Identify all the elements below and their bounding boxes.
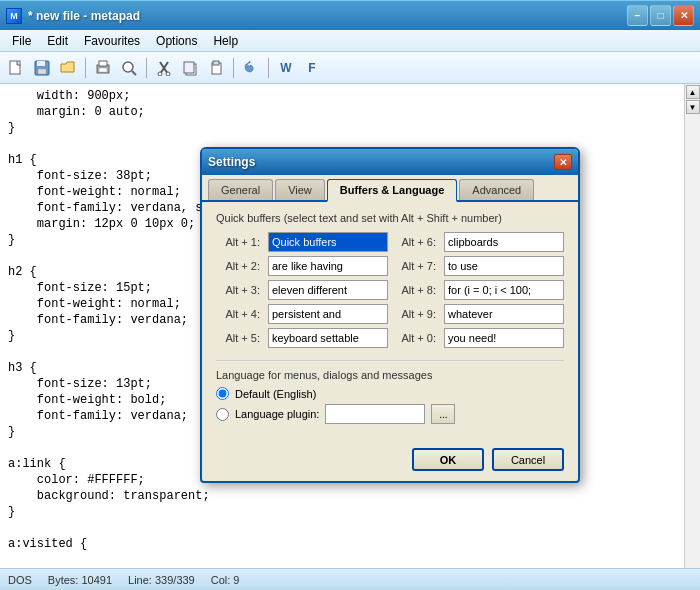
radio-default-label: Default (English) [235,388,316,400]
buffers-section-label: Quick buffers (select text and set with … [216,212,564,224]
main-window: M * new file - metapad − □ ✕ File Edit F… [0,0,700,590]
dialog-title: Settings [208,155,554,169]
radio-row-default: Default (English) [216,387,564,400]
buf-input-7[interactable] [444,256,564,276]
tab-buffers-language[interactable]: Buffers & Language [327,179,458,202]
tab-general[interactable]: General [208,179,273,200]
buffers-grid: Alt + 1: Alt + 6: Alt + 2: Alt + 7: Alt … [216,232,564,348]
language-plugin-input[interactable] [325,404,425,424]
buf-input-9[interactable] [444,304,564,324]
buf-input-8[interactable] [444,280,564,300]
buf-label-5: Alt + 5: [216,332,264,344]
buf-input-4[interactable] [268,304,388,324]
language-section-label: Language for menus, dialogs and messages [216,369,564,381]
language-section: Language for menus, dialogs and messages… [216,360,564,424]
browse-button[interactable]: ... [431,404,455,424]
buf-label-4: Alt + 4: [216,308,264,320]
buf-input-1[interactable] [268,232,388,252]
buf-label-2: Alt + 2: [216,260,264,272]
buf-input-3[interactable] [268,280,388,300]
buf-label-6: Alt + 6: [392,236,440,248]
buf-label-9: Alt + 9: [392,308,440,320]
dialog-title-bar: Settings ✕ [202,149,578,175]
buf-input-6[interactable] [444,232,564,252]
buf-input-5[interactable] [268,328,388,348]
dialog-close-button[interactable]: ✕ [554,154,572,170]
dialog-tabs: General View Buffers & Language Advanced [202,175,578,202]
dialog-body: Quick buffers (select text and set with … [202,202,578,442]
buf-label-0: Alt + 0: [392,332,440,344]
settings-dialog: Settings ✕ General View Buffers & Langua… [200,147,580,483]
radio-plugin[interactable] [216,408,229,421]
cancel-button[interactable]: Cancel [492,448,564,471]
dialog-overlay: Settings ✕ General View Buffers & Langua… [0,0,700,590]
buf-input-0[interactable] [444,328,564,348]
buf-label-8: Alt + 8: [392,284,440,296]
buf-label-1: Alt + 1: [216,236,264,248]
radio-row-plugin: Language plugin: ... [216,404,564,424]
tab-view[interactable]: View [275,179,325,200]
buf-label-7: Alt + 7: [392,260,440,272]
dialog-buttons: OK Cancel [202,442,578,481]
ok-button[interactable]: OK [412,448,484,471]
buf-label-3: Alt + 3: [216,284,264,296]
radio-plugin-label: Language plugin: [235,408,319,420]
tab-advanced[interactable]: Advanced [459,179,534,200]
radio-default[interactable] [216,387,229,400]
buf-input-2[interactable] [268,256,388,276]
